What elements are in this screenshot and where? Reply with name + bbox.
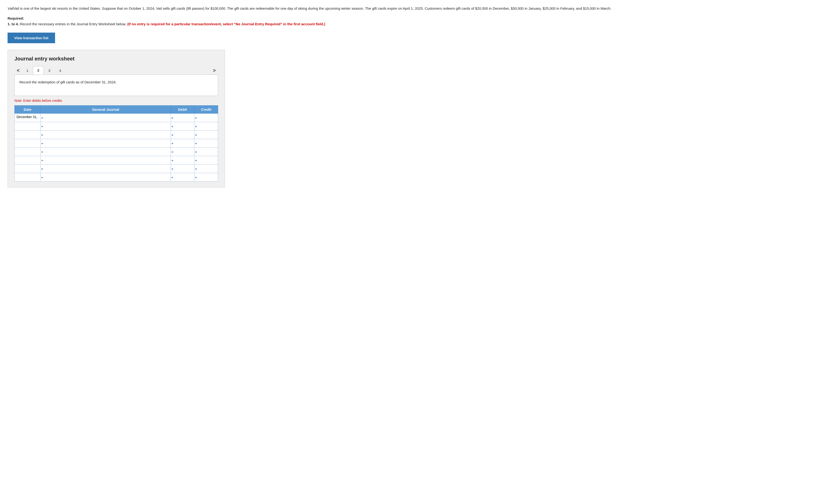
date-input-6[interactable] xyxy=(17,166,39,170)
journal-cell-5[interactable] xyxy=(41,156,171,165)
credit-cell-5[interactable] xyxy=(194,156,218,165)
intro-paragraph: VailVail is one of the largest ski resor… xyxy=(8,6,812,11)
debit-input-0[interactable] xyxy=(173,116,192,120)
view-transaction-button[interactable]: View transaction list xyxy=(8,33,55,43)
credit-input-6[interactable] xyxy=(196,167,216,171)
journal-input-1[interactable] xyxy=(44,124,169,128)
col-header-credit: Credit xyxy=(194,106,218,114)
debit-input-7[interactable] xyxy=(173,175,192,179)
tab-content-text: Record the redemption of gift cards as o… xyxy=(19,80,116,84)
tab-2[interactable]: 2 xyxy=(33,66,44,75)
tab-content-box: Record the redemption of gift cards as o… xyxy=(14,75,218,96)
date-input-0[interactable] xyxy=(17,115,39,119)
date-input-7[interactable] xyxy=(17,175,39,178)
tab-3[interactable]: 3 xyxy=(44,66,55,75)
journal-input-7[interactable] xyxy=(44,175,169,179)
credit-input-5[interactable] xyxy=(196,158,216,162)
date-input-5[interactable] xyxy=(17,158,39,161)
debit-input-5[interactable] xyxy=(173,158,192,162)
credit-input-2[interactable] xyxy=(196,133,216,137)
journal-cell-2[interactable] xyxy=(41,131,171,139)
date-cell-4[interactable] xyxy=(15,148,41,156)
date-cell-0[interactable] xyxy=(15,114,41,122)
worksheet-title: Journal entry worksheet xyxy=(14,56,218,62)
instruction-red: (If no entry is required for a particula… xyxy=(127,22,325,26)
debit-cell-0[interactable] xyxy=(171,114,194,122)
journal-table: Date General Journal Debit Credit xyxy=(14,105,218,182)
debit-cell-5[interactable] xyxy=(171,156,194,165)
date-cell-3[interactable] xyxy=(15,139,41,148)
debit-input-1[interactable] xyxy=(173,124,192,128)
credit-input-7[interactable] xyxy=(196,175,216,179)
credit-cell-4[interactable] xyxy=(194,148,218,156)
journal-input-3[interactable] xyxy=(44,141,169,145)
credit-cell-6[interactable] xyxy=(194,165,218,173)
credit-input-4[interactable] xyxy=(196,150,216,154)
table-row xyxy=(15,122,218,131)
journal-input-4[interactable] xyxy=(44,150,169,154)
col-header-journal: General Journal xyxy=(41,106,171,114)
credit-cell-3[interactable] xyxy=(194,139,218,148)
journal-input-6[interactable] xyxy=(44,167,169,171)
debit-cell-3[interactable] xyxy=(171,139,194,148)
date-input-3[interactable] xyxy=(17,141,39,144)
table-row xyxy=(15,148,218,156)
instruction-normal: Record the necessary entries in the Jour… xyxy=(19,22,127,26)
worksheet-container: Journal entry worksheet < 1 2 3 4 > Reco… xyxy=(8,50,225,188)
date-input-2[interactable] xyxy=(17,132,39,136)
tabs-row: < 1 2 3 4 > xyxy=(14,66,218,75)
instruction-bold: 1. to 4. xyxy=(8,22,19,26)
table-row xyxy=(15,165,218,173)
table-row xyxy=(15,131,218,139)
date-input-4[interactable] xyxy=(17,149,39,153)
credit-cell-2[interactable] xyxy=(194,131,218,139)
date-input-1[interactable] xyxy=(17,124,39,127)
credit-input-1[interactable] xyxy=(196,124,216,128)
debit-input-3[interactable] xyxy=(173,141,192,145)
table-header-row: Date General Journal Debit Credit xyxy=(15,106,218,114)
journal-input-5[interactable] xyxy=(44,158,169,162)
journal-cell-4[interactable] xyxy=(41,148,171,156)
tab-nav-right[interactable]: > xyxy=(210,67,218,74)
debit-cell-6[interactable] xyxy=(171,165,194,173)
date-cell-1[interactable] xyxy=(15,122,41,131)
date-cell-5[interactable] xyxy=(15,156,41,165)
journal-cell-7[interactable] xyxy=(41,173,171,182)
debit-cell-1[interactable] xyxy=(171,122,194,131)
debit-cell-7[interactable] xyxy=(171,173,194,182)
tab-4[interactable]: 4 xyxy=(55,66,66,75)
col-header-date: Date xyxy=(15,106,41,114)
note-text: Note: Enter debits before credits. xyxy=(14,99,218,103)
debit-cell-2[interactable] xyxy=(171,131,194,139)
debit-input-4[interactable] xyxy=(173,150,192,154)
table-row xyxy=(15,114,218,122)
col-header-debit: Debit xyxy=(171,106,194,114)
debit-cell-4[interactable] xyxy=(171,148,194,156)
credit-cell-0[interactable] xyxy=(194,114,218,122)
journal-cell-6[interactable] xyxy=(41,165,171,173)
required-section: Required: 1. to 4. Record the necessary … xyxy=(8,16,812,27)
credit-input-0[interactable] xyxy=(196,116,216,120)
date-cell-7[interactable] xyxy=(15,173,41,182)
credit-input-3[interactable] xyxy=(196,141,216,145)
journal-cell-1[interactable] xyxy=(41,122,171,131)
table-row xyxy=(15,173,218,182)
table-row xyxy=(15,139,218,148)
tab-1[interactable]: 1 xyxy=(22,66,33,75)
debit-input-2[interactable] xyxy=(173,133,192,137)
tab-nav-left[interactable]: < xyxy=(14,67,22,74)
date-cell-6[interactable] xyxy=(15,165,41,173)
journal-input-2[interactable] xyxy=(44,133,169,137)
journal-cell-0[interactable] xyxy=(41,114,171,122)
credit-cell-1[interactable] xyxy=(194,122,218,131)
journal-cell-3[interactable] xyxy=(41,139,171,148)
table-row xyxy=(15,156,218,165)
credit-cell-7[interactable] xyxy=(194,173,218,182)
debit-input-6[interactable] xyxy=(173,167,192,171)
required-label: Required: xyxy=(8,16,24,20)
date-cell-2[interactable] xyxy=(15,131,41,139)
journal-input-0[interactable] xyxy=(44,116,169,120)
